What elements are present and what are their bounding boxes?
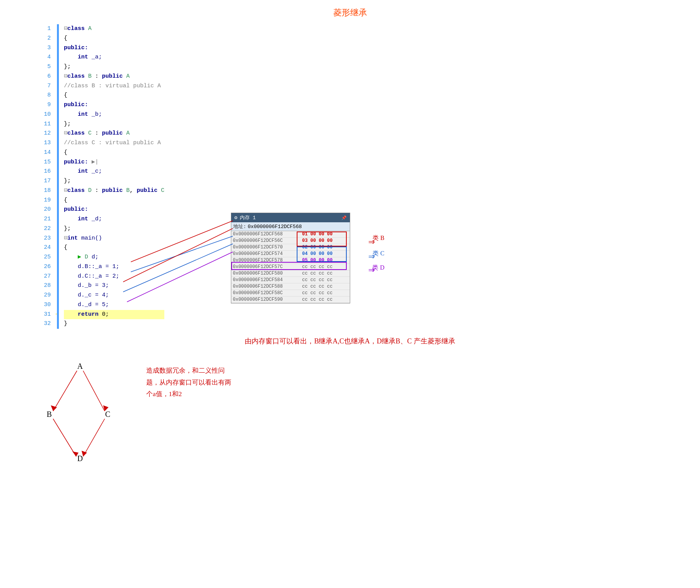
code-line-20: public: bbox=[64, 205, 164, 215]
line-number-24: 24 bbox=[31, 243, 51, 253]
line-number-27: 27 bbox=[31, 272, 51, 282]
explanation-text: 由内存窗口可以看出，B继承A,C也继承A，D继承B、C 产生菱形继承 bbox=[0, 336, 700, 346]
code-line-2: { bbox=[64, 34, 164, 43]
line-number-12: 12 bbox=[31, 129, 51, 138]
code-line-32: } bbox=[64, 319, 164, 329]
memory-row-addr-10: 0x0000006F12DCF590 bbox=[233, 297, 302, 302]
line-number-29: 29 bbox=[31, 291, 51, 300]
code-line-7: //class B : virtual public A bbox=[64, 82, 164, 91]
line-number-31: 31 bbox=[31, 310, 51, 320]
code-line-18: ⊟class D : public B, public C bbox=[64, 186, 164, 196]
code-line-31: ⇒ return 0; bbox=[64, 310, 164, 320]
diagram-area: A B C D 造成数据冗余，和二义性问 题，从内存窗口可以看出有两 个a值，1… bbox=[31, 357, 700, 465]
code-line-28: d._b = 3; bbox=[64, 281, 164, 291]
memory-row-addr-4: 0x0000006F12DCF578 bbox=[233, 258, 302, 263]
memory-row-addr-7: 0x0000006F12DCF584 bbox=[233, 277, 302, 283]
memory-row-addr-0: 0x0000006F12DCF568 bbox=[233, 232, 302, 237]
memory-row-3: 0x0000006F12DCF57404 00 00 00 bbox=[231, 251, 350, 257]
line-number-28: 28 bbox=[31, 281, 51, 291]
code-line-11: }; bbox=[64, 120, 164, 129]
memory-row-addr-1: 0x0000006F12DCF56C bbox=[233, 238, 302, 243]
code-line-5: }; bbox=[64, 62, 164, 72]
memory-row-addr-2: 0x0000006F12DCF570 bbox=[233, 245, 302, 250]
line-number-13: 13 bbox=[31, 138, 51, 148]
code-line-22: }; bbox=[64, 224, 164, 234]
code-area: 1234567891011121314151617181920212223242… bbox=[31, 24, 700, 329]
code-line-25: ▶ D d; bbox=[64, 253, 164, 262]
memory-row-addr-8: 0x0000006F12DCF588 bbox=[233, 284, 302, 289]
memory-row-0: 0x0000006F12DCF56801 00 00 00 bbox=[231, 231, 350, 238]
line-number-23: 23 bbox=[31, 234, 51, 243]
code-line-6: ⊟class B : public A bbox=[64, 72, 164, 82]
memory-row-10: 0x0000006F12DCF590cc cc cc cc bbox=[231, 296, 350, 303]
memory-rows-container: 0x0000006F12DCF56801 00 00 000x0000006F1… bbox=[231, 231, 350, 303]
memory-addr-bar: 地址: 0x0000006F12DCF568 bbox=[231, 222, 350, 231]
page-title: 菱形继承 bbox=[0, 0, 700, 22]
code-line-21: int _d; bbox=[64, 215, 164, 224]
line-number-30: 30 bbox=[31, 300, 51, 310]
code-line-23: ⊟int main() bbox=[64, 234, 164, 243]
memory-row-vals-7: cc cc cc cc bbox=[302, 277, 348, 283]
memory-row-2: 0x0000006F12DCF57002 00 00 00 bbox=[231, 244, 350, 251]
line-number-11: 11 bbox=[31, 120, 51, 129]
line-number-26: 26 bbox=[31, 262, 51, 272]
memory-row-vals-9: cc cc cc cc bbox=[302, 290, 348, 296]
line-number-14: 14 bbox=[31, 148, 51, 158]
memory-title: 内存 1 bbox=[240, 214, 256, 221]
code-line-27: d.C::_a = 2; bbox=[64, 272, 164, 282]
memory-row-addr-5: 0x0000006F12DCF57C bbox=[233, 264, 302, 270]
memory-row-vals-10: cc cc cc cc bbox=[302, 297, 348, 302]
line-number-2: 2 bbox=[31, 34, 51, 43]
memory-row-vals-2: 02 00 00 00 bbox=[302, 245, 348, 250]
memory-row-addr-3: 0x0000006F12DCF574 bbox=[233, 251, 302, 257]
memory-addr-label: 地址: bbox=[233, 223, 246, 230]
memory-row-1: 0x0000006F12DCF56C03 00 00 00 bbox=[231, 238, 350, 244]
svg-line-13 bbox=[53, 419, 76, 456]
code-line-26: d.B::_a = 1; bbox=[64, 262, 164, 272]
line-number-32: 32 bbox=[31, 319, 51, 329]
memory-row-9: 0x0000006F12DCF58Ccc cc cc cc bbox=[231, 290, 350, 296]
diagram-description: 造成数据冗余，和二义性问 题，从内存窗口可以看出有两 个a值，1和2 bbox=[146, 365, 231, 400]
code-line-15: public: ▶| bbox=[64, 158, 164, 167]
svg-line-11 bbox=[83, 371, 105, 411]
memory-row-vals-0: 01 00 00 00 bbox=[302, 232, 348, 237]
line-number-20: 20 bbox=[31, 205, 51, 215]
svg-text:A: A bbox=[77, 362, 83, 370]
svg-text:C: C bbox=[105, 410, 110, 418]
memory-row-addr-9: 0x0000006F12DCF58C bbox=[233, 290, 302, 296]
code-line-16: int _c; bbox=[64, 167, 164, 177]
memory-row-5: 0x0000006F12DCF57Ccc cc cc cc bbox=[231, 264, 350, 270]
code-line-12: ⊟class C : public A bbox=[64, 129, 164, 138]
code-line-1: ⊟class A bbox=[64, 24, 164, 34]
memory-addr-val: 0x0000006F12DCF568 bbox=[248, 224, 302, 230]
memory-row-vals-4: 05 00 00 00 bbox=[302, 258, 348, 263]
line-numbers: 1234567891011121314151617181920212223242… bbox=[31, 24, 54, 329]
memory-row-8: 0x0000006F12DCF588cc cc cc cc bbox=[231, 283, 350, 290]
line-number-7: 7 bbox=[31, 82, 51, 91]
line-number-21: 21 bbox=[31, 215, 51, 224]
memory-row-vals-1: 03 00 00 00 bbox=[302, 238, 348, 243]
diamond-diagram: A B C D bbox=[31, 357, 131, 465]
memory-pin-icon[interactable]: 📌 bbox=[341, 215, 347, 220]
svg-text:D: D bbox=[77, 454, 83, 463]
code-line-29: d._c = 4; bbox=[64, 291, 164, 300]
line-number-16: 16 bbox=[31, 167, 51, 177]
memory-row-vals-3: 04 00 00 00 bbox=[302, 251, 348, 257]
code-line-24: { bbox=[64, 243, 164, 253]
line-number-17: 17 bbox=[31, 177, 51, 186]
arrow-classC-icon: ⇒ bbox=[368, 250, 375, 263]
memory-row-vals-5: cc cc cc cc bbox=[302, 264, 348, 270]
code-line-3: public: bbox=[64, 43, 164, 53]
line-number-9: 9 bbox=[31, 100, 51, 110]
line-number-6: 6 bbox=[31, 72, 51, 82]
memory-row-addr-6: 0x0000006F12DCF580 bbox=[233, 271, 302, 276]
arrow-classD-icon: ⇒ bbox=[368, 263, 375, 276]
svg-line-9 bbox=[53, 371, 77, 411]
line-number-1: 1 bbox=[31, 24, 51, 34]
line-number-18: 18 bbox=[31, 186, 51, 196]
line-number-4: 4 bbox=[31, 53, 51, 62]
code-line-13: //class C : virtual public A bbox=[64, 138, 164, 148]
memory-row-vals-8: cc cc cc cc bbox=[302, 284, 348, 289]
code-line-14: { bbox=[64, 148, 164, 158]
memory-row-6: 0x0000006F12DCF580cc cc cc cc bbox=[231, 270, 350, 277]
